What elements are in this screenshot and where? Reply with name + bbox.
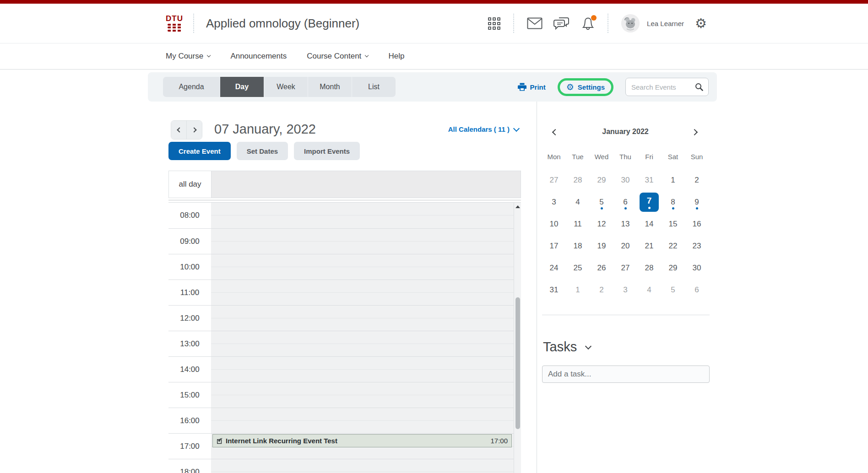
mini-cal-day[interactable]: 2 — [685, 169, 709, 191]
mini-cal-day[interactable]: 16 — [685, 213, 709, 235]
nav-item-course-content[interactable]: Course Content — [307, 52, 368, 61]
hour-row-12-00: 12:00 — [168, 305, 521, 331]
mini-cal-day[interactable]: 6 — [685, 279, 709, 301]
mini-cal-day[interactable]: 20 — [613, 235, 637, 257]
mini-cal-day[interactable]: 1 — [566, 279, 590, 301]
notifications-bell-icon[interactable] — [581, 16, 595, 31]
mini-cal-day[interactable]: 6 — [613, 191, 637, 213]
mini-cal-day[interactable]: 3 — [542, 191, 566, 213]
mini-cal-day[interactable]: 4 — [566, 191, 590, 213]
tab-agenda[interactable]: Agenda — [163, 77, 220, 97]
mini-cal-day[interactable]: 8 — [661, 191, 685, 213]
mail-icon[interactable] — [527, 17, 542, 29]
all-day-cell[interactable] — [212, 171, 521, 198]
add-task-input[interactable] — [542, 366, 710, 383]
account-gear-icon[interactable]: ⚙ — [695, 17, 707, 30]
mini-cal-day[interactable]: 5 — [661, 279, 685, 301]
set-dates-button[interactable]: Set Dates — [237, 142, 288, 160]
search-icon[interactable] — [694, 82, 704, 91]
user-name[interactable]: Lea Learner — [647, 20, 684, 27]
notification-dot — [591, 15, 597, 21]
mini-cal-day[interactable]: 23 — [685, 235, 709, 257]
mini-cal-day[interactable]: 5 — [590, 191, 613, 213]
tab-week[interactable]: Week — [264, 77, 308, 97]
grid-scrollbar[interactable] — [514, 203, 521, 473]
hour-cell[interactable] — [211, 280, 521, 305]
mini-cal-day-selected[interactable]: 7 — [637, 191, 661, 213]
hour-cell[interactable] — [211, 382, 521, 408]
avatar[interactable] — [621, 14, 640, 32]
selected-day-box: 7 — [640, 193, 659, 212]
dtu-logo[interactable]: DTU — [166, 15, 183, 32]
mini-cal-day[interactable]: 9 — [685, 191, 709, 213]
chevron-right-icon — [191, 127, 196, 132]
import-events-button[interactable]: Import Events — [294, 142, 360, 160]
mini-cal-day[interactable]: 24 — [542, 257, 566, 279]
nav-item-help[interactable]: Help — [389, 52, 405, 61]
mini-cal-day[interactable]: 17 — [542, 235, 566, 257]
mini-cal-day[interactable]: 1 — [661, 169, 685, 191]
calendar-event[interactable]: Internet Link Recurring Event Test17:00 — [212, 434, 512, 447]
print-button[interactable]: Print — [518, 83, 546, 91]
mini-cal-day[interactable]: 3 — [613, 279, 637, 301]
tab-list[interactable]: List — [352, 77, 396, 97]
tasks-section-header[interactable]: Tasks — [543, 339, 591, 355]
mini-cal-day[interactable]: 10 — [542, 213, 566, 235]
nav-item-my-course[interactable]: My Course — [166, 52, 210, 61]
mini-cal-day[interactable]: 14 — [637, 213, 661, 235]
mini-cal-day[interactable]: 27 — [542, 169, 566, 191]
mini-cal-day[interactable]: 28 — [566, 169, 590, 191]
hour-cell[interactable] — [211, 357, 521, 382]
mini-cal-day[interactable]: 27 — [613, 257, 637, 279]
content-sidebar-divider — [537, 102, 537, 473]
header-separator — [193, 14, 194, 33]
all-calendars-dropdown[interactable]: All Calendars ( 11 ) — [397, 125, 519, 133]
mini-cal-day[interactable]: 2 — [590, 279, 613, 301]
mini-cal-day[interactable]: 31 — [542, 279, 566, 301]
next-day-button[interactable] — [186, 121, 202, 139]
hour-cell[interactable] — [211, 254, 521, 280]
mini-cal-day[interactable]: 11 — [566, 213, 590, 235]
mini-cal-day[interactable]: 13 — [613, 213, 637, 235]
mini-cal-day[interactable]: 29 — [590, 169, 613, 191]
hour-cell[interactable]: Internet Link Recurring Event Test17:00 — [211, 434, 521, 459]
mini-cal-day[interactable]: 12 — [590, 213, 613, 235]
hour-cell[interactable] — [211, 203, 521, 228]
mini-cal-day[interactable]: 30 — [685, 257, 709, 279]
mini-cal-day[interactable]: 28 — [637, 257, 661, 279]
hour-cell[interactable] — [211, 306, 521, 331]
mini-cal-day[interactable]: 29 — [661, 257, 685, 279]
tab-day[interactable]: Day — [220, 77, 264, 97]
mini-cal-day[interactable]: 31 — [637, 169, 661, 191]
day-number: 29 — [669, 263, 678, 273]
mini-cal-week-row: 3456789 — [542, 191, 709, 213]
chat-icon[interactable] — [553, 16, 570, 30]
mini-cal-day[interactable]: 26 — [590, 257, 613, 279]
mini-cal-prev-month-button[interactable] — [552, 129, 559, 135]
mini-cal-day[interactable]: 15 — [661, 213, 685, 235]
settings-button[interactable]: ⚙ Settings — [566, 83, 605, 91]
mini-cal-day[interactable]: 19 — [590, 235, 613, 257]
hour-cell[interactable] — [211, 459, 521, 473]
search-events-input[interactable] — [630, 83, 694, 91]
scroll-up-arrow-icon[interactable] — [515, 205, 520, 208]
sidebar-divider — [542, 315, 710, 315]
mini-cal-day[interactable]: 22 — [661, 235, 685, 257]
tab-month[interactable]: Month — [308, 77, 352, 97]
mini-cal-day[interactable]: 30 — [613, 169, 637, 191]
nav-item-announcements[interactable]: Announcements — [230, 52, 287, 61]
app-launcher-icon[interactable] — [488, 17, 500, 30]
mini-cal-day[interactable]: 18 — [566, 235, 590, 257]
mini-cal-next-month-button[interactable] — [691, 129, 698, 135]
scrollbar-thumb[interactable] — [515, 297, 520, 429]
hour-cell[interactable] — [211, 331, 521, 356]
day-number: 27 — [550, 176, 559, 185]
hour-cell[interactable] — [211, 229, 521, 254]
hour-cell[interactable] — [211, 408, 521, 433]
hour-row-15-00: 15:00 — [168, 382, 521, 408]
create-event-button[interactable]: Create Event — [168, 142, 231, 160]
previous-day-button[interactable] — [171, 121, 186, 139]
mini-cal-day[interactable]: 25 — [566, 257, 590, 279]
mini-cal-day[interactable]: 21 — [637, 235, 661, 257]
mini-cal-day[interactable]: 4 — [637, 279, 661, 301]
